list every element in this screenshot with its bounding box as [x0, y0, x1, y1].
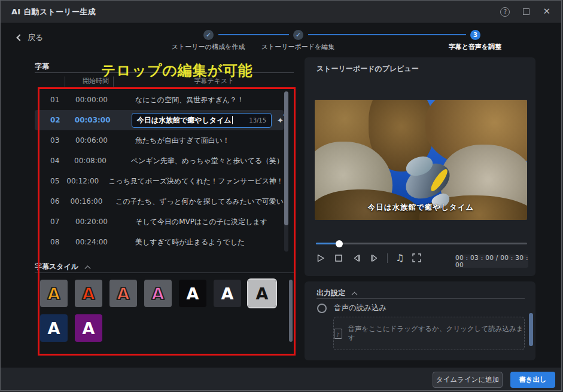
subtitle-style-tile[interactable]: A: [75, 314, 102, 342]
column-divider: [65, 76, 65, 87]
subtitle-number: 01: [50, 96, 68, 104]
slider-thumb[interactable]: [336, 240, 343, 247]
subtitle-text: そして今日のMVPはこの子に決定します: [135, 217, 267, 227]
subtitle-row[interactable]: 0500:12:00こっち見てポーズ決めてくれた！ファンサービス神！: [35, 171, 284, 191]
output-settings-title: 出力設定: [317, 288, 357, 298]
collapse-icon[interactable]: [85, 265, 91, 271]
subtitle-style-tile[interactable]: A: [40, 314, 68, 342]
style-letter: A: [48, 286, 60, 302]
subtitle-row[interactable]: 0600:16:00この子たち、ずっと何かを探してるみたいで可愛い: [35, 191, 284, 212]
subtitle-style-tile[interactable]: A: [179, 280, 206, 307]
playback-slider[interactable]: [316, 243, 527, 244]
subtitle-style-tile[interactable]: A: [214, 280, 241, 307]
subtitle-number: 02: [50, 116, 68, 124]
annotation-text: テロップの編集が可能: [101, 61, 252, 80]
subtitle-text: ペンギン先輩、めっちゃ堂々と歩いてる（笑）: [131, 156, 284, 166]
collapse-icon[interactable]: [352, 292, 358, 298]
audio-dropzone[interactable]: ♪ 音声をここにドラッグするか、クリックして読み込みます: [333, 317, 525, 350]
video-preview[interactable]: 今日は水族館で癒やしタイム: [315, 100, 527, 220]
subtitle-row[interactable]: 0200:03:00今日は水族館で癒やしタイム13/15✦✦: [35, 110, 284, 130]
style-letter: A: [187, 286, 199, 302]
step-connector: [308, 34, 466, 35]
subtitle-number: 08: [50, 238, 68, 246]
window-title: AI 自動ストーリー生成: [11, 7, 96, 17]
play-icon[interactable]: [315, 253, 325, 263]
next-frame-icon[interactable]: [369, 253, 379, 263]
style-letter: A: [83, 286, 95, 302]
step-connector: [218, 34, 289, 35]
step3-number-badge: 3: [470, 30, 480, 40]
footer-bar: タイムラインに追加 書き出し: [1, 367, 561, 391]
divider: [387, 253, 388, 263]
dialog-window: AI 自動ストーリー生成 ? ✕ 戻る ✓ ストーリーの構成を作成 ✓ ストーリ…: [0, 0, 562, 391]
stop-icon[interactable]: [333, 253, 343, 263]
fullscreen-icon[interactable]: [412, 253, 422, 263]
storyboard-preview-card: ストーリーボードのプレビュー 今日は水族館で癒やしタイム ♫: [305, 57, 535, 276]
subtitle-number: 03: [50, 136, 68, 145]
subtitle-number: 07: [50, 218, 68, 226]
output-settings-card: 出力設定 音声の読み込み ♪ 音声をここにドラッグするか、クリックして読み込みま…: [305, 281, 535, 360]
style-letter: A: [117, 286, 130, 302]
subtitle-text: 魚たちが自由すぎて面白い！: [135, 136, 230, 146]
subtitle-start-time: 00:08:00: [74, 157, 121, 165]
subtitle-row[interactable]: 0700:20:00そして今日のMVPはこの子に決定します: [35, 212, 284, 232]
styles-scrollbar[interactable]: [289, 280, 293, 342]
dropzone-text: 音声をここにドラッグするか、クリックして読み込みます: [348, 324, 524, 342]
subtitle-text: なにこの空間、異世界すぎん？！: [135, 95, 244, 105]
load-audio-label: 音声の読み込み: [334, 303, 387, 313]
text-caret: [232, 116, 233, 124]
style-letter: A: [48, 320, 60, 336]
preview-title: ストーリーボードのプレビュー: [317, 64, 419, 74]
subtitle-style-tile[interactable]: A: [75, 280, 102, 307]
subtitle-text: 美しすぎて時が止まるようでした: [135, 237, 245, 247]
subtitle-style-tile[interactable]: A: [109, 280, 137, 307]
subtitle-start-time: 00:16:00: [70, 197, 106, 206]
step2-label: ストーリーボードを編集: [244, 42, 352, 51]
help-icon[interactable]: ?: [500, 7, 510, 17]
subtitle-number: 05: [50, 177, 59, 185]
step2-check-icon: ✓: [293, 30, 303, 40]
title-bar: AI 自動ストーリー生成 ? ✕: [1, 1, 561, 23]
subtitle-style-tile[interactable]: A: [40, 280, 68, 307]
subtitle-list: 0100:00:00なにこの空間、異世界すぎん？！0200:03:00今日は水族…: [35, 90, 284, 252]
back-button[interactable]: 戻る: [17, 32, 43, 43]
subtitle-start-time: 00:06:00: [75, 136, 126, 145]
player-controls: ♫: [315, 253, 422, 263]
subtitle-start-time: 00:20:00: [75, 218, 126, 226]
subtitle-style-grid: AAAAAAAAA: [40, 280, 294, 342]
scrollbar-thumb[interactable]: [284, 91, 288, 225]
back-label: 戻る: [28, 32, 43, 43]
subtitle-list-scrollbar[interactable]: [284, 91, 288, 252]
add-to-timeline-button[interactable]: タイムラインに追加: [433, 372, 503, 388]
audio-file-icon: ♪: [334, 329, 342, 339]
video-subtitle-overlay: 今日は水族館で癒やしタイム: [315, 203, 527, 213]
subtitle-style-tile[interactable]: A: [144, 280, 172, 307]
step1-check-icon: ✓: [203, 30, 214, 40]
subtitles-section-title: 字幕: [35, 62, 49, 72]
subtitle-row[interactable]: 0300:06:00魚たちが自由すぎて面白い！: [35, 130, 284, 151]
prev-frame-icon[interactable]: [351, 253, 361, 263]
close-icon[interactable]: ✕: [543, 7, 550, 16]
subtitle-row[interactable]: 0100:00:00なにこの空間、異世界すぎん？！: [35, 90, 284, 110]
export-button[interactable]: 書き出し: [510, 372, 555, 388]
subtitle-start-time: 00:03:00: [75, 116, 123, 124]
subtitle-text: この子たち、ずっと何かを探してるみたいで可愛い: [115, 197, 284, 207]
subtitle-row[interactable]: 0400:08:00ペンギン先輩、めっちゃ堂々と歩いてる（笑）: [35, 151, 284, 171]
maximize-icon[interactable]: [523, 8, 529, 15]
subtitle-start-time: 00:00:00: [75, 96, 126, 104]
subtitle-text: こっち見てポーズ決めてくれた！ファンサービス神！: [108, 176, 284, 186]
char-count: 13/15: [249, 117, 266, 124]
subtitle-text-input[interactable]: 今日は水族館で癒やしタイム13/15: [132, 113, 272, 128]
styles-section-title: 字幕スタイル: [35, 262, 90, 272]
subtitle-start-time: 00:24:00: [75, 238, 126, 246]
output-scrollbar[interactable]: [529, 313, 533, 346]
subtitle-style-tile[interactable]: A: [248, 280, 276, 307]
ai-sparkle-icon[interactable]: ✦✦: [277, 117, 284, 124]
time-display: 00 : 03 : 00 / 00 : 30 : 00: [455, 255, 528, 268]
load-audio-radio[interactable]: [317, 304, 327, 313]
input-text: 今日は水族館で癒やしタイム: [137, 115, 232, 125]
subtitle-number: 04: [50, 157, 67, 165]
style-letter: A: [256, 286, 269, 302]
subtitle-row[interactable]: 0800:24:00美しすぎて時が止まるようでした: [35, 232, 284, 252]
music-icon[interactable]: ♫: [395, 253, 404, 263]
